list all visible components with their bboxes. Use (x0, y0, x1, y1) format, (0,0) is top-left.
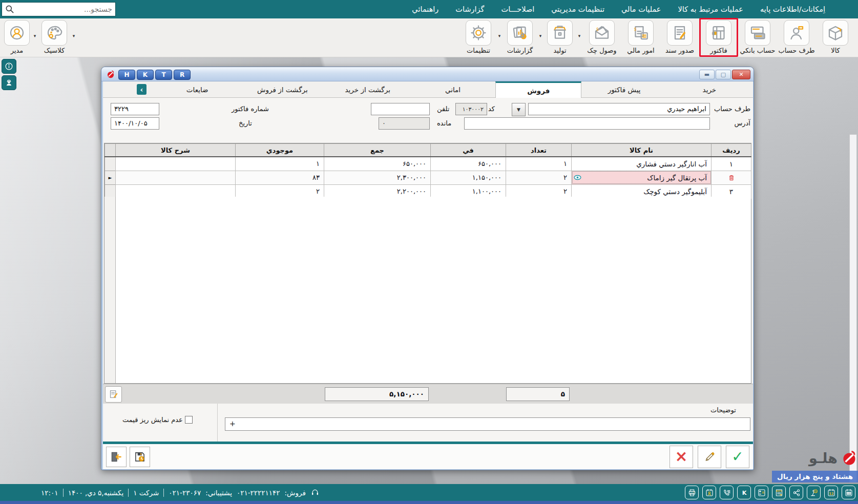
note-icon[interactable]: NOTE (772, 486, 786, 499)
edit-button[interactable] (698, 446, 721, 468)
toolbar-item-invoice[interactable]: $ فاکتور (702, 20, 736, 54)
toolbar-item-settings[interactable]: تنظیمات (461, 20, 496, 54)
docked-side-panel[interactable] (849, 134, 857, 482)
calendar-person-icon[interactable] (702, 486, 716, 499)
cancel-button[interactable]: × (669, 446, 693, 468)
company-name[interactable]: شرکت ۱ (133, 489, 159, 497)
k-module-icon[interactable]: K (737, 486, 751, 499)
svg-text:$: $ (713, 31, 715, 35)
account-combo[interactable]: ابراهیم حیدري (528, 103, 710, 115)
toolbar-item-finance[interactable]: $ امور مالي (621, 20, 660, 54)
table-row[interactable]: ۱ آب انارگیر دستي فشاري ۱ ۶۵۰,۰۰۰ ۶۵۰,۰۰… (105, 157, 751, 171)
toolbar-item-account[interactable]: طرف حساب (777, 20, 816, 54)
menu-item-financial-ops[interactable]: عملیات مالي (621, 5, 661, 13)
maximize-button[interactable]: ▢ (716, 70, 731, 79)
confirm-button[interactable]: ✓ (726, 446, 749, 468)
date-field[interactable]: ۱۴۰۰/۱۰/۰۵ (111, 117, 159, 130)
hide-price-checkbox[interactable] (185, 416, 193, 424)
cell-quantity[interactable]: ۲ (506, 171, 572, 184)
header-stock[interactable]: موجودي (236, 144, 324, 157)
header-total[interactable]: جمع (324, 144, 431, 157)
tab-sale-return[interactable]: برگشت از فروش (240, 81, 325, 98)
titlebar-t-button[interactable]: T (155, 70, 172, 80)
table-empty-area[interactable] (104, 197, 751, 383)
address-field[interactable] (464, 117, 710, 130)
table-row-selected[interactable]: آب پرتقال گیر زاماک ۲ ۱,۱۵۰,۰۰۰ ۲,۳۰۰,۰۰… (105, 171, 751, 184)
toolbar-item-cheque-collection[interactable]: $ وصول چک (582, 20, 621, 54)
window-titlebar[interactable]: H K T R ▬ ▢ ✕ (101, 67, 754, 81)
classic-dropdown-arrow-icon[interactable]: ▾ (71, 33, 77, 38)
reports-dropdown-arrow-icon[interactable]: ▾ (496, 33, 503, 38)
titlebar-k-button[interactable]: K (137, 70, 154, 80)
sales-label: فروش: (285, 489, 306, 497)
calculator-icon[interactable] (755, 486, 768, 499)
menu-item-admin-settings[interactable]: تنظیمات مدیریتي (551, 5, 604, 13)
toolbar-item-classic-theme[interactable]: کلاسیک (38, 20, 71, 54)
toolbar-item-product[interactable]: کالا (816, 20, 855, 54)
cell-item-description[interactable] (116, 157, 236, 171)
phone-list-icon[interactable] (720, 486, 734, 499)
table-row[interactable]: ۳ آبلیموگیر دستي کوچک ۲ ۱,۱۰۰,۰۰۰ ۲,۲۰۰,… (105, 184, 751, 198)
share-icon[interactable] (789, 486, 803, 499)
toolbar-item-bank-account[interactable]: حساب بانکي (738, 20, 777, 54)
menu-item-basic-info[interactable]: اِمکانات/اطلاعات پایه (760, 5, 825, 13)
fax-printer-icon[interactable] (685, 486, 699, 499)
exit-button[interactable] (106, 447, 127, 467)
cell-unit-price[interactable]: ۶۵۰,۰۰۰ (431, 157, 506, 171)
toolbar-item-issue-document[interactable]: صدور سند (660, 20, 699, 54)
titlebar-h-button[interactable]: H (118, 70, 135, 80)
tab-proforma[interactable]: پیش فاکتور (581, 81, 666, 98)
cell-product-name-selected[interactable]: آب پرتقال گیر زاماک (572, 171, 711, 184)
production-dropdown-arrow-icon[interactable]: ▾ (537, 33, 543, 38)
toolbar-item-reports[interactable]: گزارشات (503, 20, 537, 54)
header-item-description[interactable]: شرح کالا (116, 144, 236, 157)
tab-sale[interactable]: فروش (495, 81, 581, 98)
toolbar-item-production[interactable]: تولید (543, 20, 576, 54)
minimize-button[interactable]: ▬ (699, 70, 715, 79)
account-dropdown-button[interactable]: ▼ (512, 103, 526, 116)
manager-dropdown-arrow-icon[interactable]: ▾ (32, 33, 38, 38)
lamp-clock-icon[interactable] (807, 486, 821, 499)
info-side-button[interactable] (2, 59, 16, 74)
header-unit-price[interactable]: في (431, 144, 506, 157)
save-button[interactable] (130, 447, 150, 467)
menu-item-reports[interactable]: گزارشات (455, 5, 484, 13)
cell-product-name[interactable]: آبلیموگیر دستي کوچک (572, 184, 711, 198)
notes-input[interactable]: + (225, 417, 750, 431)
tab-purchase[interactable]: خرید (667, 81, 752, 98)
totals-detail-button[interactable] (105, 386, 122, 403)
trash-icon[interactable] (727, 174, 736, 182)
cheque-dropdown-arrow-icon[interactable]: ▾ (576, 33, 582, 38)
cell-unit-price[interactable]: ۱,۱۰۰,۰۰۰ (431, 184, 506, 198)
cell-quantity[interactable]: ۲ (506, 184, 572, 198)
phone-field[interactable] (371, 103, 430, 115)
support-side-button[interactable] (2, 75, 16, 90)
menu-item-product-ops[interactable]: عملیات مرتبط به کالا (678, 5, 743, 13)
menu-item-corrections[interactable]: اصلاحـــات (501, 5, 535, 13)
header-quantity[interactable]: تعداد (506, 144, 572, 157)
menubar: اِمکانات/اطلاعات پایه عملیات مرتبط به کا… (0, 0, 858, 18)
search-input[interactable] (15, 5, 115, 13)
cell-unit-price[interactable]: ۱,۱۵۰,۰۰۰ (431, 171, 506, 184)
eye-icon[interactable] (573, 173, 582, 183)
menu-item-help[interactable]: راهنمائي (412, 5, 438, 13)
toolbar-item-manager[interactable]: مدیر (2, 20, 32, 54)
cell-item-description[interactable] (116, 171, 236, 184)
search-box[interactable] (2, 2, 116, 16)
tab-waste[interactable]: ضایعات (155, 81, 240, 98)
close-button[interactable]: ✕ (732, 70, 750, 79)
account-person-icon (787, 24, 806, 42)
calendar-grid-icon[interactable] (842, 486, 855, 499)
cell-quantity[interactable]: ۱ (506, 157, 572, 171)
tab-consignment[interactable]: اماني (410, 81, 495, 98)
cell-product-name[interactable]: آب انارگیر دستي فشاري (572, 157, 711, 171)
calendar-12-icon[interactable]: 12 (824, 486, 838, 499)
cell-delete[interactable] (711, 171, 751, 184)
header-row-number[interactable]: ردیف (711, 144, 751, 157)
invoice-number-field[interactable]: ۳۲۲۹ (111, 103, 159, 115)
tab-purchase-return[interactable]: برگشت از خرید (325, 81, 410, 98)
cell-item-description[interactable] (116, 184, 236, 198)
header-product-name[interactable]: نام کالا (572, 144, 711, 157)
titlebar-r-button[interactable]: R (174, 70, 191, 80)
tab-scroll-back-button[interactable]: ‹ (137, 84, 147, 95)
